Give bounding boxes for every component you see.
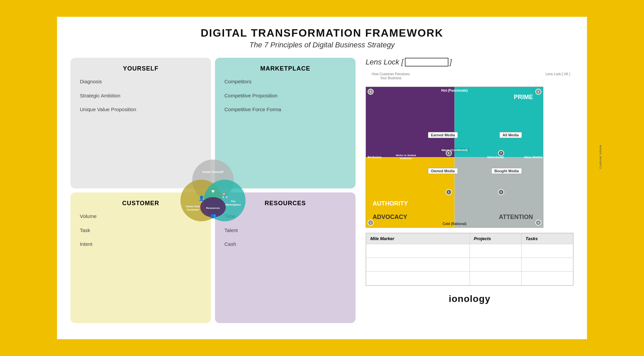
lens-lock-sublabel-left: How Customer Perceives Your Business (369, 72, 413, 80)
tasks-cell-3 (521, 272, 573, 285)
lens-lock-chart: Hot (Passionate) Warm (Comforted) Cold (… (366, 87, 543, 228)
dot-2: 2 (368, 220, 374, 226)
header: DIGITAL TRANSFORMATION FRAMEWORK The 7 P… (70, 27, 574, 49)
yourself-item-3: Unique Value Proposition (80, 106, 202, 113)
dot-8: 8 (535, 89, 541, 95)
yourself-item-1: Diagnosis (80, 78, 202, 85)
main-container: DIGITAL TRANSFORMATION FRAMEWORK The 7 P… (57, 17, 587, 339)
lens-lock-sublabel-right: Lens Lock [ UK ] (546, 72, 570, 80)
col-mile-marker: Mile Marker (366, 233, 470, 244)
mile-marker-cell-1 (366, 244, 470, 258)
axis-cold-label: Cold (Rational) (442, 222, 466, 226)
axis-hot-label: Hot (Passionate) (441, 89, 468, 92)
chart-right-annotation: Customer Volume (599, 145, 602, 170)
marketplace-item-3: Competitive Force Forma (224, 106, 346, 113)
customer-volume-label: Customer Volume (599, 145, 602, 169)
footer: ionology (366, 294, 574, 304)
earned-media-badge: Earned Media (428, 132, 458, 138)
dot-6: 6 (368, 89, 374, 95)
owned-media-badge: Owned Media (428, 168, 458, 174)
marketplace-title: MARKETPLACE (224, 65, 346, 72)
advocacy-label: ADVOCACY (373, 214, 407, 221)
mile-marker-table: Mile Marker Projects Tasks (366, 233, 574, 286)
col-projects: Projects (470, 233, 521, 244)
customer-item-3: Intent (80, 241, 202, 248)
venn-diagram: Know Yourself Know Your Customer The Mar… (173, 150, 253, 231)
svg-text:🏪: 🏪 (222, 193, 228, 198)
projects-cell-2 (470, 258, 521, 272)
chart-authority-bg (366, 87, 454, 157)
tasks-cell-2 (521, 258, 573, 272)
lens-lock-bracket-end: ] (450, 58, 452, 66)
col-tasks: Tasks (521, 233, 573, 244)
tasks-cell-1 (521, 244, 573, 258)
dot-1: 1 (446, 189, 452, 195)
mile-marker-cell-3 (366, 272, 470, 285)
page-subtitle: The 7 Principles of Digital Business Str… (70, 41, 574, 49)
lens-lock-header: Lens Lock [ ] (366, 58, 574, 66)
dot-5: 5 (446, 150, 452, 156)
svg-text:👤: 👤 (199, 195, 205, 201)
axis-niche-label: Niche or limited Audience (392, 154, 419, 160)
bought-media-badge: Bought Media (491, 168, 522, 174)
all-media-badge: All Media (499, 132, 522, 138)
dot-4: 4 (535, 220, 541, 226)
table-row (366, 244, 573, 258)
mile-marker-cell-2 (366, 258, 470, 272)
resources-item-3: Cash (224, 241, 346, 248)
ionology-logo: ionology (449, 294, 491, 304)
axis-massmarket-label: Mass Market (524, 155, 542, 159)
svg-text:Customer: Customer (186, 208, 199, 211)
svg-text:Marketplace: Marketplace (225, 203, 241, 206)
svg-text:The: The (231, 200, 236, 203)
attention-label: ATTENTION (499, 214, 533, 221)
page-title: DIGITAL TRANSFORMATION FRAMEWORK (70, 27, 574, 39)
marketplace-item-2: Competitive Proposition (224, 92, 346, 99)
svg-text:♥: ♥ (211, 188, 215, 194)
projects-cell-3 (470, 272, 521, 285)
svg-text:Resources: Resources (206, 207, 220, 210)
dot-7: 7 (498, 150, 504, 156)
svg-text:Know Yourself: Know Yourself (203, 170, 224, 174)
lens-lock-sublabels: How Customer Perceives Your Business Len… (366, 72, 574, 80)
content-area: YOURSELF Diagnosis Strategic Ambition Un… (70, 58, 574, 323)
marketplace-item-1: Competitors (224, 78, 346, 85)
axis-warm-label: Warm (Comforted) (440, 148, 469, 152)
table-row (366, 272, 573, 285)
table-row (366, 258, 573, 272)
svg-text:👥: 👥 (210, 213, 216, 219)
lens-lock-label: Lens Lock [ (366, 58, 404, 66)
axis-exclusive-label: Exclusive (368, 155, 382, 159)
left-section: YOURSELF Diagnosis Strategic Ambition Un… (70, 58, 356, 323)
svg-text:Know Your: Know Your (186, 205, 200, 208)
projects-cell-1 (470, 244, 521, 258)
yourself-title: YOURSELF (80, 65, 202, 72)
right-section: Lens Lock [ ] How Customer Perceives You… (366, 58, 574, 323)
authority-label: AUTHORITY (373, 200, 408, 207)
chart-wrapper: Hot (Passionate) Warm (Comforted) Cold (… (366, 87, 574, 228)
dot-3: 3 (498, 189, 504, 195)
lens-lock-bracket-box (405, 58, 448, 66)
prime-label: PRIME (514, 94, 533, 101)
yourself-item-2: Strategic Ambition (80, 92, 202, 99)
